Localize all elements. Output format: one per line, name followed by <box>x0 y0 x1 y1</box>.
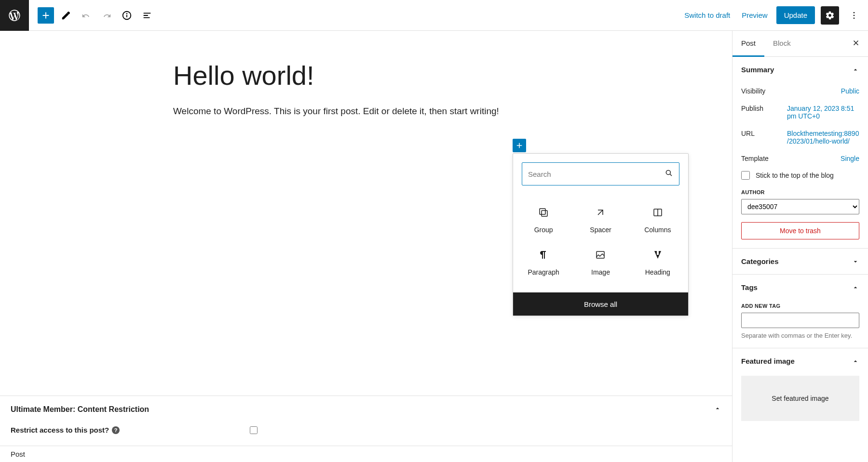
publish-value[interactable]: January 12, 2023 8:51 pm UTC+0 <box>787 105 859 120</box>
image-icon <box>595 249 606 261</box>
chevron-up-icon <box>852 357 859 365</box>
visibility-label: Visibility <box>741 87 765 95</box>
redo-button[interactable] <box>98 7 115 24</box>
set-featured-image-button[interactable]: Set featured image <box>741 376 859 421</box>
help-icon[interactable]: ? <box>112 426 120 434</box>
tab-block[interactable]: Block <box>764 31 800 57</box>
top-toolbar: Switch to draft Preview Update <box>0 0 868 31</box>
svg-rect-8 <box>540 209 545 214</box>
close-sidebar-button[interactable] <box>846 39 866 49</box>
add-tag-label: ADD NEW TAG <box>741 303 859 309</box>
post-paragraph[interactable]: Welcome to WordPress. This is your first… <box>173 105 559 119</box>
publish-label: Publish <box>741 105 763 112</box>
add-tag-input[interactable] <box>741 313 859 328</box>
heading-icon <box>652 249 664 261</box>
template-label: Template <box>741 155 769 162</box>
block-columns[interactable]: Columns <box>629 199 686 241</box>
svg-point-6 <box>666 170 670 174</box>
template-value[interactable]: Single <box>841 155 859 162</box>
svg-point-2 <box>127 13 127 13</box>
svg-point-4 <box>854 14 855 16</box>
post-title[interactable]: Hello world! <box>173 60 559 91</box>
restrict-access-checkbox[interactable] <box>250 426 258 434</box>
info-button[interactable] <box>119 7 135 24</box>
svg-point-5 <box>854 17 855 19</box>
tags-panel-header[interactable]: Tags <box>732 275 868 300</box>
metabox-title: Ultimate Member: Content Restriction <box>11 405 149 414</box>
featured-image-panel-header[interactable]: Featured image <box>732 348 868 374</box>
block-spacer[interactable]: Spacer <box>572 199 629 241</box>
summary-panel-header[interactable]: Summary <box>732 57 868 82</box>
categories-panel-header[interactable]: Categories <box>732 249 868 274</box>
block-paragraph[interactable]: Paragraph <box>515 241 572 284</box>
editor-canvas: Hello world! Welcome to WordPress. This … <box>0 31 732 462</box>
tag-hint: Separate with commas or the Enter key. <box>741 332 859 339</box>
search-icon <box>665 169 673 179</box>
settings-button[interactable] <box>821 6 839 25</box>
svg-line-7 <box>670 174 672 176</box>
url-value[interactable]: Blockthemetesting:8890/2023/01/hello-wor… <box>787 130 859 145</box>
chevron-up-icon <box>852 284 859 291</box>
visibility-value[interactable]: Public <box>841 87 859 95</box>
footer-tab-post[interactable]: Post <box>0 446 732 462</box>
undo-button[interactable] <box>78 7 95 24</box>
spacer-icon <box>595 207 606 218</box>
block-image[interactable]: Image <box>572 241 629 284</box>
switch-to-draft-button[interactable]: Switch to draft <box>681 7 733 23</box>
chevron-down-icon <box>852 258 859 265</box>
block-heading[interactable]: Heading <box>629 241 686 284</box>
paragraph-icon <box>538 249 549 261</box>
url-label: URL <box>741 130 755 137</box>
edit-mode-button[interactable] <box>58 7 74 24</box>
chevron-up-icon <box>852 66 859 74</box>
update-button[interactable]: Update <box>776 6 815 24</box>
settings-sidebar: Post Block Summary Visibility Public Pub… <box>732 31 868 462</box>
stick-to-top-checkbox[interactable] <box>741 171 750 180</box>
svg-point-3 <box>854 12 855 13</box>
wordpress-logo[interactable] <box>0 0 29 31</box>
block-inserter-popover: Group Spacer Columns Paragraph <box>513 153 689 316</box>
bottom-metabox-panel: Ultimate Member: Content Restriction Res… <box>0 396 732 462</box>
block-search-input[interactable] <box>528 170 665 178</box>
restrict-access-label: Restrict access to this post? <box>11 426 109 434</box>
group-icon <box>538 207 549 218</box>
author-label: AUTHOR <box>741 189 859 195</box>
browse-all-button[interactable]: Browse all <box>513 292 688 316</box>
preview-button[interactable]: Preview <box>739 7 770 23</box>
metabox-toggle-icon[interactable] <box>714 405 721 414</box>
list-view-button[interactable] <box>139 7 155 24</box>
inline-add-block-button[interactable] <box>513 139 526 152</box>
block-group[interactable]: Group <box>515 199 572 241</box>
stick-to-top-label: Stick to the top of the blog <box>756 172 834 179</box>
add-block-button[interactable] <box>38 7 54 24</box>
svg-rect-9 <box>542 211 547 216</box>
move-to-trash-button[interactable]: Move to trash <box>741 222 859 239</box>
more-options-button[interactable] <box>845 6 863 25</box>
author-select[interactable]: dee35007 <box>741 199 859 214</box>
columns-icon <box>652 207 664 218</box>
tab-post[interactable]: Post <box>732 31 764 57</box>
